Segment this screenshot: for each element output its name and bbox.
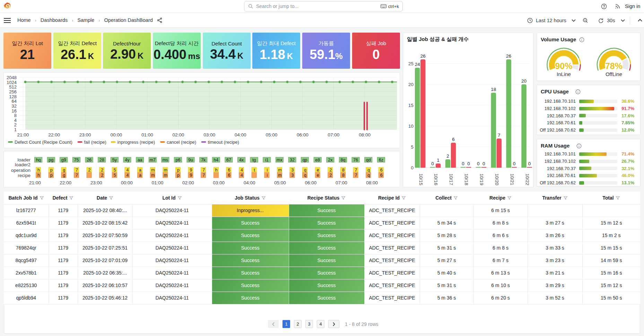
svg-text:t: t: [254, 168, 255, 173]
svg-text:26: 26: [87, 158, 92, 162]
svg-text:0: 0: [513, 161, 516, 166]
svg-text:08:00: 08:00: [366, 180, 378, 185]
svg-text:a: a: [139, 168, 141, 173]
svg-text:03:00: 03:00: [203, 132, 215, 137]
svg-text:g: g: [63, 168, 65, 173]
svg-text:20: 20: [408, 82, 414, 87]
svg-text:InLine: InLine: [557, 71, 571, 77]
svg-text:e: e: [317, 173, 319, 178]
svg-text:6z: 6z: [379, 158, 383, 162]
svg-text:i: i: [267, 168, 268, 173]
svg-text:g: g: [63, 173, 65, 178]
svg-text:fail (recipe): fail (recipe): [84, 140, 106, 145]
svg-text:m: m: [164, 173, 167, 178]
svg-text:h: h: [37, 168, 40, 173]
svg-text:1: 1: [14, 127, 17, 132]
svg-text:7: 7: [76, 168, 78, 173]
svg-text:5: 5: [114, 168, 116, 173]
svg-text:4: 4: [241, 173, 243, 178]
svg-text:m: m: [151, 168, 155, 173]
svg-text:g9: g9: [61, 158, 66, 162]
svg-text:7: 7: [355, 168, 357, 173]
svg-text:qp: qp: [303, 158, 307, 162]
svg-text:6: 6: [228, 173, 230, 178]
svg-text:loader: loader: [17, 157, 31, 162]
svg-text:3: 3: [291, 168, 294, 173]
svg-text:4: 4: [241, 168, 243, 173]
svg-text:04:00: 04:00: [235, 132, 246, 137]
svg-text:0: 0: [477, 161, 480, 166]
svg-text:m: m: [164, 168, 167, 173]
svg-text:9u: 9u: [188, 158, 193, 162]
svg-text:tg: tg: [252, 158, 256, 162]
svg-text:23:00: 23:00: [90, 180, 102, 185]
svg-text:2: 2: [329, 173, 332, 178]
svg-text:9: 9: [190, 168, 192, 173]
svg-text:6: 6: [380, 168, 383, 173]
svg-text:p6: p6: [175, 158, 180, 162]
svg-text:m7: m7: [150, 158, 156, 162]
svg-text:m: m: [278, 168, 281, 173]
svg-text:22:00: 22:00: [60, 180, 71, 185]
svg-text:06:00: 06:00: [297, 132, 308, 137]
svg-text:pg: pg: [49, 158, 53, 162]
svg-text:05:00: 05:00: [274, 180, 286, 185]
svg-text:timeout (recipe): timeout (recipe): [208, 140, 239, 145]
svg-text:mx: mx: [277, 158, 282, 162]
svg-text:cancel (recipe): cancel (recipe): [167, 140, 196, 145]
svg-text:0: 0: [482, 161, 485, 166]
svg-text:inprogress (recipe): inprogress (recipe): [118, 140, 155, 145]
svg-text:78%: 78%: [605, 61, 623, 71]
svg-text:2x: 2x: [328, 158, 333, 162]
svg-text:25: 25: [408, 61, 414, 66]
svg-text:h: h: [37, 173, 40, 178]
svg-text:75: 75: [74, 158, 79, 162]
svg-text:qd: qd: [366, 158, 371, 162]
svg-text:e: e: [317, 168, 319, 173]
svg-text:23:00: 23:00: [79, 132, 91, 137]
svg-text:4: 4: [126, 168, 129, 173]
svg-text:4: 4: [126, 173, 129, 178]
svg-text:10/17: 10/17: [449, 174, 454, 185]
svg-text:06:00: 06:00: [305, 180, 317, 185]
svg-text:i1: i1: [265, 158, 269, 162]
svg-text:04:00: 04:00: [244, 180, 255, 185]
svg-text:2: 2: [446, 153, 449, 159]
svg-text:2: 2: [101, 173, 103, 178]
svg-text:15: 15: [408, 103, 414, 108]
svg-text:p: p: [177, 173, 180, 178]
svg-text:10/21: 10/21: [510, 174, 515, 185]
svg-text:76: 76: [353, 158, 358, 162]
svg-text:7k: 7k: [201, 158, 206, 162]
svg-text:01:00: 01:00: [152, 180, 164, 185]
svg-text:2: 2: [88, 168, 91, 173]
svg-text:Defect Count (Recipe Count): Defect Count (Recipe Count): [15, 140, 72, 145]
svg-text:00:00: 00:00: [121, 180, 133, 185]
svg-text:10/20: 10/20: [494, 174, 499, 185]
svg-text:aa: aa: [138, 158, 142, 162]
svg-text:18: 18: [491, 87, 496, 92]
svg-text:05:00: 05:00: [266, 132, 277, 137]
svg-text:02:00: 02:00: [173, 132, 184, 137]
svg-text:q: q: [304, 168, 306, 173]
svg-text:일별 Job 성공 & 실패 개수: 일별 Job 성공 & 실패 개수: [407, 36, 469, 42]
svg-text:7: 7: [202, 168, 205, 173]
svg-text:7: 7: [498, 133, 501, 138]
svg-text:3: 3: [291, 173, 294, 178]
svg-text:7: 7: [76, 173, 78, 178]
svg-text:5y: 5y: [112, 158, 117, 162]
svg-text:8: 8: [342, 168, 345, 173]
svg-text:5: 5: [411, 144, 414, 150]
svg-text:10/19: 10/19: [479, 174, 484, 185]
svg-text:24: 24: [415, 62, 420, 67]
svg-text:0: 0: [411, 165, 414, 170]
svg-text:67: 67: [226, 158, 231, 162]
svg-text:2: 2: [101, 168, 103, 173]
svg-text:1: 1: [437, 158, 440, 163]
svg-text:08:00: 08:00: [359, 132, 371, 137]
svg-text:p: p: [50, 173, 53, 178]
svg-text:ms: ms: [162, 158, 168, 162]
svg-text:2: 2: [329, 168, 332, 173]
svg-text:20: 20: [521, 78, 526, 84]
svg-text:0: 0: [462, 161, 464, 166]
